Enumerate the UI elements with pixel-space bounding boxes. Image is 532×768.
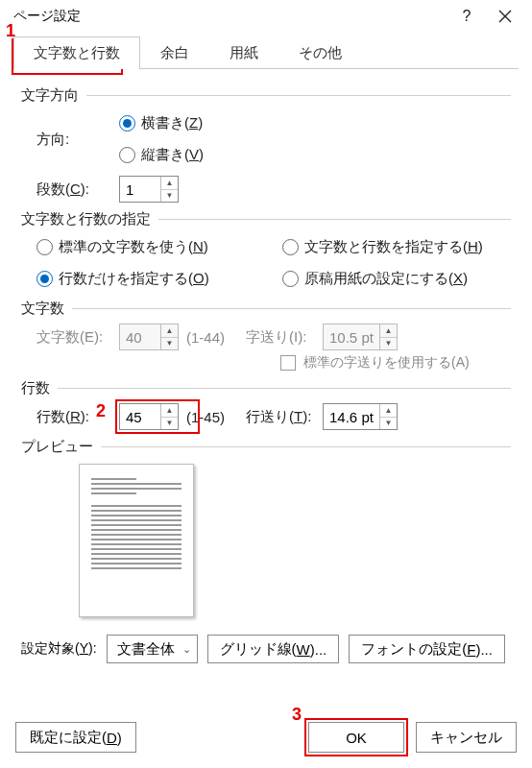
radio-standard[interactable]: 標準の文字数を使う(N) [36, 238, 248, 256]
radio-lines-only-label: 行数だけを指定する(O) [59, 270, 209, 288]
spinner-buttons[interactable]: ▲▼ [160, 404, 178, 429]
lines-range: (1-45) [186, 409, 225, 425]
radio-manuscript-label: 原稿用紙の設定にする(X) [304, 270, 468, 288]
radio-standard-label: 標準の文字数を使う(N) [59, 238, 208, 256]
radio-horizontal-label: 横書き(Z) [141, 114, 203, 132]
dialog-content: 文字方向 方向: 横書き(Z) 縦書き(V) 段数(C): [0, 69, 532, 663]
radio-vertical-label: 縦書き(V) [141, 146, 204, 164]
dialog-footer: 既定に設定(D) OK キャンセル [0, 722, 532, 768]
spinner-buttons: ▲▼ [160, 324, 178, 349]
radio-icon [119, 115, 135, 132]
radio-chars-lines-label: 文字数と行数を指定する(H) [304, 238, 483, 256]
section-preview: プレビュー [21, 438, 511, 456]
ok-button[interactable]: OK [308, 722, 404, 753]
grid-lines-button[interactable]: グリッド線(W)... [207, 635, 340, 663]
apply-label: 設定対象(Y): [21, 640, 97, 658]
line-pitch-label: 行送り(T): [246, 408, 315, 426]
tab-paper[interactable]: 用紙 [209, 36, 278, 69]
chevron-down-icon: ⌄ [182, 643, 191, 656]
spinner-buttons[interactable]: ▲▼ [160, 177, 178, 202]
lines-label: 行数(R): [36, 408, 111, 426]
font-settings-button[interactable]: フォントの設定(F)... [349, 635, 505, 663]
radio-icon [282, 239, 299, 255]
tab-other[interactable]: その他 [278, 36, 362, 69]
chars-input [120, 324, 160, 349]
radio-chars-lines[interactable]: 文字数と行数を指定する(H) [282, 238, 483, 256]
columns-label: 段数(C): [36, 180, 111, 199]
tabs: 文字数と行数 余白 用紙 その他 [13, 36, 519, 69]
spinner-buttons: ▲▼ [379, 324, 397, 349]
section-direction: 文字方向 [21, 86, 511, 105]
std-pitch-checkbox [280, 355, 296, 371]
columns-spinner[interactable]: ▲▼ [119, 176, 179, 203]
page-setup-dialog: ページ設定 ? 1 文字数と行数 余白 用紙 その他 文字方向 方向: 横書き(… [0, 0, 532, 768]
radio-icon [119, 147, 135, 163]
char-pitch-input [324, 324, 379, 349]
apply-value: 文書全体 [117, 640, 175, 659]
radio-horizontal[interactable]: 横書き(Z) [119, 114, 204, 132]
std-pitch-label: 標準の字送りを使用する(A) [303, 354, 470, 372]
char-pitch-label: 字送り(I): [246, 328, 315, 347]
direction-label: 方向: [36, 131, 111, 149]
chars-label: 文字数(E): [36, 328, 111, 347]
dialog-title: ページ設定 [13, 8, 447, 25]
chars-spinner: ▲▼ [119, 324, 179, 350]
columns-input[interactable] [120, 177, 160, 202]
char-pitch-spinner: ▲▼ [323, 324, 398, 350]
chars-range: (1-44) [186, 329, 225, 346]
radio-vertical[interactable]: 縦書き(V) [119, 146, 204, 164]
lines-spinner[interactable]: ▲▼ [119, 403, 179, 430]
set-default-button[interactable]: 既定に設定(D) [15, 722, 136, 753]
section-lines: 行数 [21, 379, 511, 397]
spinner-buttons[interactable]: ▲▼ [379, 404, 397, 429]
titlebar: ページ設定 ? [0, 0, 532, 33]
radio-lines-only[interactable]: 行数だけを指定する(O) [36, 270, 248, 288]
radio-icon [282, 271, 299, 287]
preview-page [79, 464, 194, 617]
lines-input[interactable] [120, 404, 160, 429]
close-icon [498, 10, 512, 23]
apply-select[interactable]: 文書全体 ⌄ [107, 635, 198, 663]
tab-margins[interactable]: 余白 [140, 36, 209, 69]
tab-chars-lines[interactable]: 文字数と行数 [13, 36, 140, 69]
radio-icon [36, 271, 53, 287]
radio-manuscript[interactable]: 原稿用紙の設定にする(X) [282, 270, 483, 288]
cancel-button[interactable]: キャンセル [416, 722, 517, 753]
section-spec: 文字数と行数の指定 [21, 210, 511, 228]
help-button[interactable]: ? [447, 2, 486, 31]
line-pitch-spinner[interactable]: ▲▼ [323, 403, 398, 430]
close-button[interactable] [486, 2, 524, 31]
section-chars: 文字数 [21, 300, 511, 318]
radio-icon [36, 239, 53, 255]
line-pitch-input[interactable] [324, 404, 379, 429]
